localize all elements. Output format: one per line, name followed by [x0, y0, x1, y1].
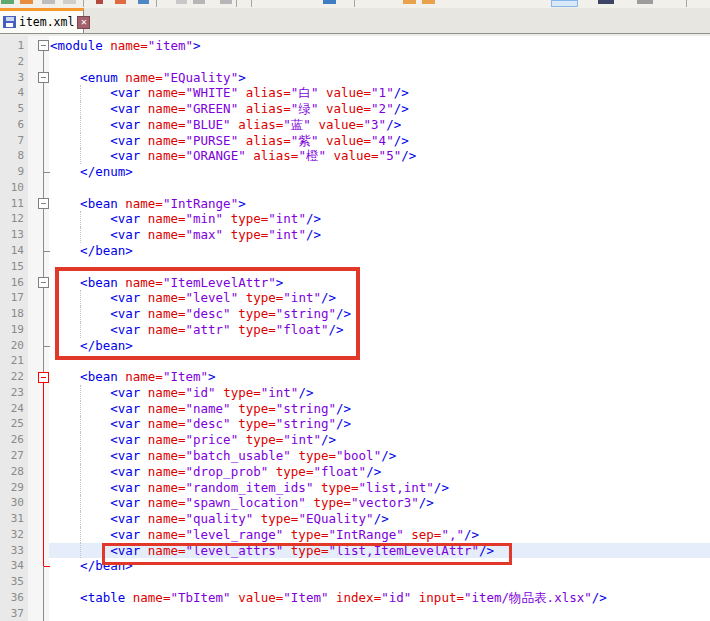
code-line-29[interactable]: 29 <var name="random_item_ids" type="lis…: [0, 480, 710, 496]
toolbar-icon-fragment: [220, 0, 232, 4]
line-number: 18: [0, 306, 24, 322]
code-line-26[interactable]: 26 <var name="price" type="int"/>: [0, 432, 710, 448]
code-line-4[interactable]: 4 <var name="WHITE" alias="白" value="1"/…: [0, 85, 710, 101]
tab-close-icon[interactable]: ✕: [77, 16, 90, 29]
line-number: 36: [0, 590, 24, 606]
line-number: 29: [0, 480, 24, 496]
toolbar-icon-fragment: [115, 0, 126, 4]
tab-bar: item.xml ✕: [0, 8, 710, 34]
code-text: <var name="ORANGE" alias="橙" value="5"/>: [50, 148, 416, 164]
line-number: 9: [0, 164, 24, 180]
toolbar-separator: [686, 0, 687, 7]
code-text: </enum>: [50, 164, 133, 180]
line-number: 24: [0, 401, 24, 417]
line-number: 3: [0, 70, 24, 86]
toolbar-icon-fragment: [20, 0, 33, 4]
code-line-27[interactable]: 27 <var name="batch_usable" type="bool"/…: [0, 448, 710, 464]
line-number: 1: [0, 38, 24, 54]
code-text: <bean name="IntRange">: [50, 196, 246, 212]
code-line-25[interactable]: 25 <var name="desc" type="string"/>: [0, 416, 710, 432]
code-text: <var name="quality" type="EQuality"/>: [50, 511, 389, 527]
toolbar-icon-fragment: [422, 0, 435, 4]
code-text: </bean>: [50, 243, 133, 259]
line-number: 5: [0, 101, 24, 117]
code-line-30[interactable]: 30 <var name="spawn_location" type="vect…: [0, 495, 710, 511]
line-number: 26: [0, 432, 24, 448]
code-line-22[interactable]: 22 <bean name="Item">: [0, 369, 710, 385]
code-text: <enum name="EQuality">: [50, 70, 246, 86]
line-number: 37: [0, 606, 24, 621]
toolbar-separator: [354, 0, 355, 7]
code-line-2[interactable]: 2: [0, 54, 710, 70]
code-line-3[interactable]: 3 <enum name="EQuality">: [0, 70, 710, 86]
line-number: 14: [0, 243, 24, 259]
toolbar-icon-fragment: [138, 0, 149, 4]
line-number: 17: [0, 290, 24, 306]
code-line-28[interactable]: 28 <var name="drop_prob" type="float"/>: [0, 464, 710, 480]
line-number: 25: [0, 416, 24, 432]
toolbar-icon-fragment: [598, 0, 614, 4]
line-number: 23: [0, 385, 24, 401]
line-number: 32: [0, 527, 24, 543]
code-text: <var name="BLUE" alias="蓝" value="3"/>: [50, 117, 401, 133]
line-number: 7: [0, 133, 24, 149]
code-text: <var name="id" type="int"/>: [50, 385, 313, 401]
line-number: 11: [0, 196, 24, 212]
toolbar-icon-fragment: [42, 0, 55, 4]
code-text: <var name="name" type="string"/>: [50, 401, 351, 417]
line-number: 2: [0, 54, 24, 70]
line-number: 31: [0, 511, 24, 527]
toolbar-separator: [251, 0, 252, 7]
code-text: <var name="price" type="int"/>: [50, 432, 336, 448]
code-line-1[interactable]: 1<module name="item">: [0, 38, 710, 54]
toolbar-icon-fragment: [637, 0, 653, 4]
code-line-23[interactable]: 23 <var name="id" type="int"/>: [0, 385, 710, 401]
code-line-24[interactable]: 24 <var name="name" type="string"/>: [0, 401, 710, 417]
line-number: 6: [0, 117, 24, 133]
line-number: 19: [0, 322, 24, 338]
code-line-37[interactable]: 37: [0, 606, 710, 621]
code-line-7[interactable]: 7 <var name="PURSE" alias="紫" value="4"/…: [0, 133, 710, 149]
toolbar-strip: [0, 0, 710, 8]
line-number: 8: [0, 148, 24, 164]
line-number: 20: [0, 338, 24, 354]
code-line-5[interactable]: 5 <var name="GREEN" alias="绿" value="2"/…: [0, 101, 710, 117]
code-line-13[interactable]: 13 <var name="max" type="int"/>: [0, 227, 710, 243]
toolbar-separator: [156, 0, 157, 7]
code-text: <bean name="Item">: [50, 369, 216, 385]
line-number: 33: [0, 543, 24, 559]
line-number: 35: [0, 574, 24, 590]
toolbar-icon-fragment: [176, 0, 187, 4]
code-line-36[interactable]: 36 <table name="TbItem" value="Item" ind…: [0, 590, 710, 606]
code-line-32[interactable]: 32 <var name="level_range" type="IntRang…: [0, 527, 710, 543]
save-state-icon: [3, 16, 16, 28]
annotation-rectangle: [102, 543, 512, 565]
line-number: 13: [0, 227, 24, 243]
code-text: <var name="drop_prob" type="float"/>: [50, 464, 381, 480]
code-line-35[interactable]: 35: [0, 574, 710, 590]
code-line-11[interactable]: 11 <bean name="IntRange">: [0, 196, 710, 212]
line-number: 10: [0, 180, 24, 196]
toolbar-separator: [83, 0, 84, 7]
code-text: <table name="TbItem" value="Item" index=…: [50, 590, 607, 606]
toolbar-icon-fragment: [1, 0, 14, 4]
code-line-31[interactable]: 31 <var name="quality" type="EQuality"/>: [0, 511, 710, 527]
code-line-12[interactable]: 12 <var name="min" type="int"/>: [0, 211, 710, 227]
line-number: 34: [0, 558, 24, 574]
tab-item-xml[interactable]: item.xml ✕: [0, 8, 84, 33]
code-text: <var name="PURSE" alias="紫" value="4"/>: [50, 133, 409, 149]
code-line-8[interactable]: 8 <var name="ORANGE" alias="橙" value="5"…: [0, 148, 710, 164]
code-text: <var name="desc" type="string"/>: [50, 416, 351, 432]
line-number: 30: [0, 495, 24, 511]
code-line-9[interactable]: 9 </enum>: [0, 164, 710, 180]
code-line-14[interactable]: 14 </bean>: [0, 243, 710, 259]
line-number: 4: [0, 85, 24, 101]
tab-title: item.xml: [19, 15, 74, 29]
code-line-6[interactable]: 6 <var name="BLUE" alias="蓝" value="3"/>: [0, 117, 710, 133]
code-line-10[interactable]: 10: [0, 180, 710, 196]
code-text: <var name="batch_usable" type="bool"/>: [50, 448, 396, 464]
code-text: <var name="WHITE" alias="白" value="1"/>: [50, 85, 409, 101]
toolbar-icon-fragment: [323, 0, 336, 4]
annotation-rectangle: [55, 267, 360, 360]
line-number: 28: [0, 464, 24, 480]
